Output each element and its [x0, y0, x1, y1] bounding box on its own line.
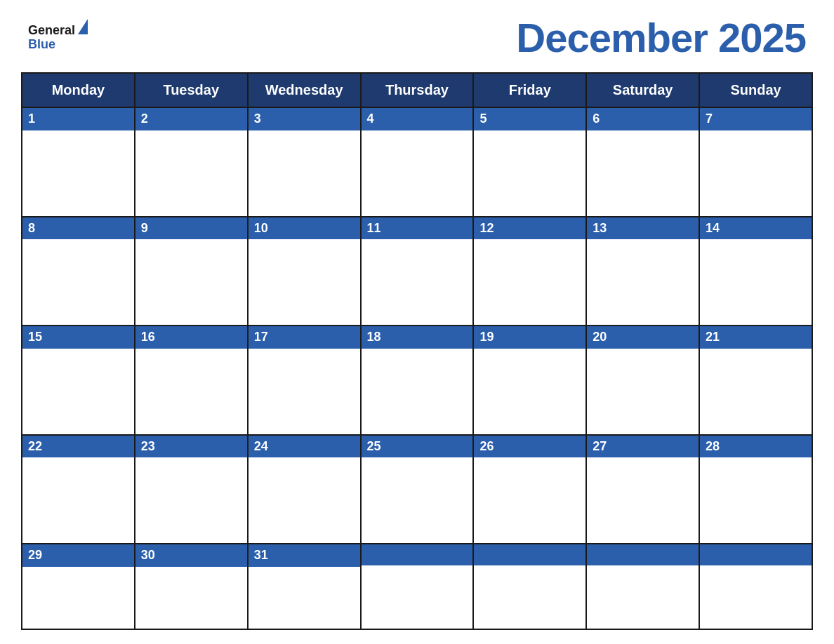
date-cell: 18	[362, 326, 473, 410]
date-cell: 4	[362, 108, 473, 192]
calendar-cell-w2-d4: 11	[361, 217, 474, 326]
col-thursday: Thursday	[361, 73, 474, 107]
date-cell: 5	[474, 108, 585, 192]
calendar-cell-w4-d3: 24	[248, 435, 361, 544]
date-cell: 10	[249, 217, 360, 302]
date-number: 3	[249, 108, 360, 130]
calendar-cell-w4-d6: 27	[586, 435, 699, 544]
calendar-cell-w5-d5	[473, 544, 586, 629]
date-number: 11	[362, 217, 473, 240]
col-saturday: Saturday	[586, 73, 699, 107]
col-monday: Monday	[22, 73, 135, 107]
calendar-week-2: 891011121314	[22, 217, 812, 326]
calendar-cell-w2-d5: 12	[473, 217, 586, 326]
page-title: December 2025	[516, 14, 806, 61]
calendar-week-1: 1234567	[22, 107, 812, 217]
calendar-cell-w1-d7: 7	[699, 107, 812, 217]
calendar-cell-w4-d5: 26	[473, 435, 586, 544]
date-number: 4	[362, 108, 473, 130]
date-number: 28	[700, 436, 812, 458]
calendar-cell-w1-d5: 5	[473, 107, 586, 217]
calendar-cell-w3-d2: 16	[135, 326, 248, 435]
date-cell: 6	[587, 108, 699, 192]
calendar-cell-w4-d1: 22	[22, 435, 135, 544]
calendar-cell-w1-d6: 6	[586, 107, 699, 217]
date-number: 25	[362, 436, 473, 458]
date-number: 21	[700, 326, 812, 349]
calendar-cell-w3-d3: 17	[248, 326, 361, 435]
logo-general-text: General	[28, 24, 75, 38]
empty-day-cell	[587, 544, 699, 629]
date-number: 26	[474, 436, 585, 458]
date-number: 10	[249, 217, 360, 240]
calendar-cell-w1-d3: 3	[248, 107, 361, 217]
logo: General Blue	[28, 23, 88, 52]
date-number: 29	[22, 544, 134, 567]
empty-date-bar	[700, 544, 812, 565]
page: General Blue December 2025 Monday Tuesda…	[0, 0, 834, 644]
empty-day-cell	[474, 544, 585, 629]
date-number: 5	[474, 108, 585, 130]
calendar-cell-w1-d4: 4	[361, 107, 474, 217]
date-cell: 17	[249, 326, 360, 410]
date-number: 2	[135, 108, 247, 130]
date-cell: 19	[474, 326, 585, 410]
date-cell: 31	[249, 544, 360, 629]
date-cell: 11	[362, 217, 473, 302]
calendar-cell-w3-d7: 21	[699, 326, 812, 435]
date-number: 6	[587, 108, 699, 130]
date-cell: 26	[474, 436, 585, 520]
date-cell: 1	[22, 108, 134, 192]
date-number: 8	[22, 217, 134, 240]
calendar-week-4: 22232425262728	[22, 435, 812, 544]
date-number: 15	[22, 326, 134, 349]
date-cell: 24	[249, 436, 360, 520]
empty-day-cell	[362, 544, 473, 629]
date-cell: 21	[700, 326, 812, 410]
date-cell: 3	[249, 108, 360, 192]
header: General Blue December 2025	[21, 14, 813, 61]
date-number: 14	[700, 217, 812, 240]
date-cell: 20	[587, 326, 699, 410]
calendar-cell-w2-d6: 13	[586, 217, 699, 326]
col-tuesday: Tuesday	[135, 73, 248, 107]
date-cell: 27	[587, 436, 699, 520]
calendar-cell-w4-d4: 25	[361, 435, 474, 544]
calendar-cell-w2-d7: 14	[699, 217, 812, 326]
calendar-cell-w5-d4	[361, 544, 474, 629]
calendar-week-3: 15161718192021	[22, 326, 812, 435]
date-number: 23	[135, 436, 247, 458]
logo-blue-text: Blue	[28, 38, 88, 52]
date-cell: 12	[474, 217, 585, 302]
date-number: 17	[249, 326, 360, 349]
date-number: 20	[587, 326, 699, 349]
date-cell: 30	[135, 544, 247, 629]
calendar-cell-w2-d3: 10	[248, 217, 361, 326]
calendar-cell-w3-d6: 20	[586, 326, 699, 435]
calendar-table: Monday Tuesday Wednesday Thursday Friday…	[21, 72, 813, 630]
date-cell: 29	[22, 544, 134, 629]
date-number: 31	[249, 544, 360, 567]
date-cell: 8	[22, 217, 134, 302]
logo-triangle-icon	[78, 19, 88, 34]
date-cell: 14	[700, 217, 812, 302]
date-number: 16	[135, 326, 247, 349]
date-number: 13	[587, 217, 699, 240]
empty-date-bar	[362, 544, 473, 565]
calendar-cell-w1-d2: 2	[135, 107, 248, 217]
col-sunday: Sunday	[699, 73, 812, 107]
date-number: 30	[135, 544, 247, 567]
date-number: 27	[587, 436, 699, 458]
empty-day-cell	[700, 544, 812, 629]
col-friday: Friday	[473, 73, 586, 107]
date-number: 1	[22, 108, 134, 130]
date-number: 24	[249, 436, 360, 458]
date-cell: 7	[700, 108, 812, 192]
calendar-cell-w5-d2: 30	[135, 544, 248, 629]
calendar-cell-w2-d2: 9	[135, 217, 248, 326]
calendar-cell-w3-d1: 15	[22, 326, 135, 435]
date-cell: 25	[362, 436, 473, 520]
date-cell: 13	[587, 217, 699, 302]
calendar-cell-w5-d7	[699, 544, 812, 629]
date-number: 12	[474, 217, 585, 240]
